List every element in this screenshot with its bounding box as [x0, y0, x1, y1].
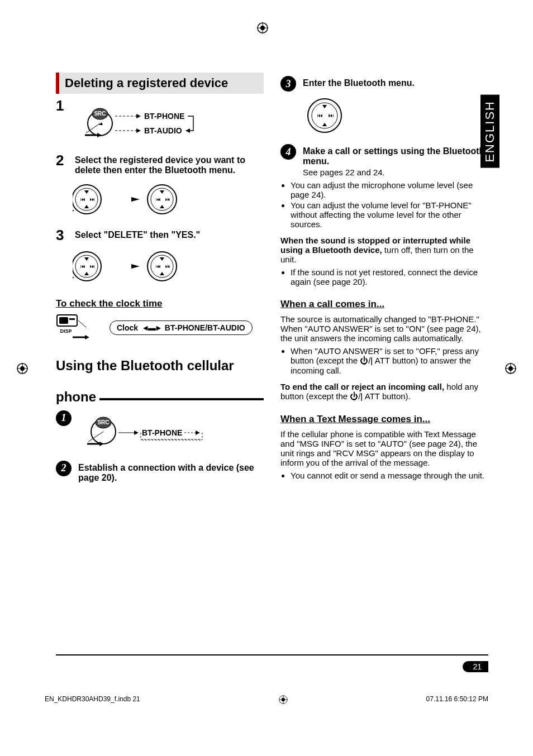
cstep-2: 2 Establish a connection with a device (…	[56, 461, 264, 483]
svg-point-31	[147, 185, 177, 214]
cstep-1-illustration: SRC BT-PHONE	[78, 410, 207, 457]
interrupt-para: When the sound is stopped or interrupted…	[280, 236, 488, 264]
step-3-illustration: ⏮ ⏭ ⏮ ⏭	[73, 247, 264, 286]
svg-marker-45	[131, 264, 140, 269]
circle-number: 3	[280, 76, 296, 92]
interrupt-bullets: If the sound is not yet restored, connec…	[280, 267, 488, 286]
svg-marker-44	[73, 275, 74, 280]
language-tab: ENGLISH	[480, 95, 499, 168]
svg-text:⏭: ⏭	[90, 197, 95, 202]
list-item: You can adjust the volume level for "BT-…	[291, 200, 488, 229]
text-msg-heading: When a Text Message comes in...	[280, 414, 488, 425]
svg-text:DISP: DISP	[60, 328, 72, 334]
heading-rule	[99, 398, 264, 400]
step-1: 1 SRC	[56, 98, 264, 149]
circle-number: 1	[56, 410, 72, 426]
src-label: SRC	[94, 111, 106, 117]
clock-row: DISP Clock ◄▬► BT-PHONE/BT-AUDIO	[56, 314, 264, 342]
cstep-3: 3 Enter the Bluetooth menu.	[280, 76, 488, 92]
text-msg-bullets: You cannot edit or send a message throug…	[280, 471, 488, 480]
svg-marker-34	[160, 205, 164, 208]
step-1-illustration: SRC BT-PHONE BT-AUDIO	[75, 98, 220, 149]
svg-marker-49	[160, 272, 164, 275]
svg-text:⏮: ⏮	[156, 264, 161, 269]
main-heading-line2: phone	[56, 390, 96, 404]
list-item: You can adjust the microphone volume lev…	[291, 180, 488, 199]
svg-point-22	[73, 185, 101, 214]
step-3: 3 Select "DELETE" then "YES."	[56, 228, 264, 242]
svg-marker-29	[73, 208, 74, 213]
svg-marker-39	[84, 257, 89, 261]
power-att-icon: ⏻/ǀ	[360, 356, 373, 365]
cstep-4: 4 Make a call or settings using the Blue…	[280, 144, 488, 177]
cstep-3-illustration: ⏮ ⏭	[305, 96, 488, 135]
svg-marker-48	[160, 257, 164, 261]
crop-mark-icon	[17, 363, 28, 377]
svg-marker-25	[84, 205, 89, 208]
svg-text:SRC: SRC	[97, 419, 109, 425]
svg-marker-62	[99, 442, 104, 446]
bt-audio-label: BT-AUDIO	[144, 126, 182, 135]
main-heading-line1: Using the Bluetooth cellular	[56, 358, 264, 373]
left-column: Deleting a registered device 1 SRC	[56, 73, 264, 487]
svg-point-46	[147, 252, 177, 281]
svg-marker-21	[185, 128, 190, 133]
end-call-para: To end the call or reject an incoming ca…	[280, 382, 488, 401]
svg-rect-68	[141, 439, 202, 440]
svg-point-37	[73, 252, 101, 281]
svg-text:⏮: ⏮	[80, 264, 85, 269]
content-columns: Deleting a registered device 1 SRC	[56, 73, 488, 487]
bullets-a: You can adjust the microphone volume lev…	[280, 180, 488, 229]
bt-phone-label: BT-PHONE	[144, 112, 184, 121]
list-item: You cannot edit or send a message throug…	[291, 471, 488, 480]
svg-marker-24	[84, 190, 89, 194]
svg-text:⏭: ⏭	[165, 264, 170, 269]
svg-point-80	[281, 698, 284, 701]
cstep-4-sub: See pages 22 and 24.	[303, 168, 488, 177]
step-number: 1	[56, 98, 69, 113]
svg-point-7	[20, 366, 25, 371]
clock-heading: To check the clock time	[56, 298, 264, 309]
list-item: When "AUTO ANSWER" is set to "OFF," pres…	[291, 346, 488, 375]
svg-marker-16	[97, 133, 102, 137]
svg-marker-18	[136, 114, 141, 118]
svg-text:⏮: ⏮	[156, 197, 161, 202]
step-3-text: Select "DELETE" then "YES."	[75, 228, 264, 240]
step-2-text: Select the registered device you want to…	[75, 153, 264, 175]
list-item: If the sound is not yet restored, connec…	[291, 267, 488, 286]
cstep-3-text: Enter the Bluetooth menu.	[303, 76, 488, 88]
svg-marker-33	[160, 190, 164, 194]
page: ENGLISH Deleting a registered device 1 S…	[0, 0, 533, 756]
svg-marker-57	[85, 335, 89, 339]
svg-text:BT-PHONE: BT-PHONE	[142, 428, 182, 437]
clock-pill-right: BT-PHONE/BT-AUDIO	[165, 323, 245, 332]
crop-mark-icon	[257, 22, 268, 37]
double-arrow-icon: ◄▬►	[141, 323, 161, 332]
power-att-icon: ⏻/ǀ	[350, 391, 363, 401]
right-column: 3 Enter the Bluetooth menu. ⏮ ⏭ 4 Make a…	[280, 73, 488, 487]
clock-pill: Clock ◄▬► BT-PHONE/BT-AUDIO	[110, 320, 253, 335]
cstep-4-text: Make a call or settings using the Blueto…	[303, 144, 488, 177]
cstep-2-text: Establish a connection with a device (se…	[78, 461, 264, 483]
circle-number: 4	[280, 144, 296, 160]
svg-marker-74	[322, 123, 327, 126]
call-heading: When a call comes in...	[280, 299, 488, 310]
footer: EN_KDHDR30AHD39_f.indb 21 07.11.16 6:50:…	[45, 695, 488, 706]
crop-mark-icon	[505, 363, 516, 377]
svg-marker-64	[134, 430, 139, 435]
svg-point-3	[260, 26, 265, 30]
svg-rect-53	[59, 317, 68, 324]
cstep-1: 1 SRC BT-PHONE	[56, 410, 264, 457]
call-bullets: When "AUTO ANSWER" is set to "OFF," pres…	[280, 346, 488, 375]
footer-left: EN_KDHDR30AHD39_f.indb 21	[45, 695, 140, 706]
svg-rect-54	[69, 318, 75, 320]
svg-marker-73	[322, 105, 327, 108]
svg-text:⏮: ⏮	[80, 197, 85, 202]
svg-marker-20	[136, 128, 141, 133]
svg-text:⏮: ⏮	[317, 112, 323, 118]
svg-text:⏭: ⏭	[329, 112, 334, 118]
section-title: Deleting a registered device	[56, 73, 264, 94]
step-2-illustration: ⏮ ⏭ ⏮ ⏭	[73, 180, 264, 219]
step-2: 2 Select the registered device you want …	[56, 153, 264, 175]
svg-text:⏭: ⏭	[90, 264, 95, 269]
